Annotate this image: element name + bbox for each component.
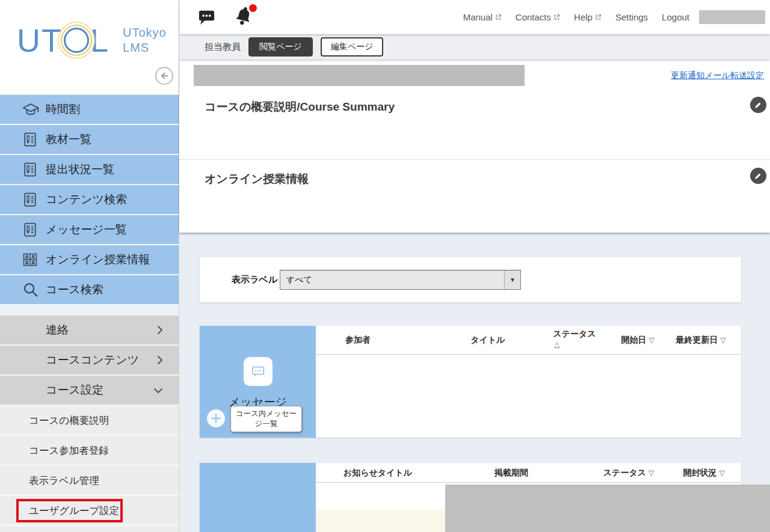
display-label-label: 表示ラベル [232,274,277,286]
sidebar-item-timetable[interactable]: 時間割 [0,95,179,125]
course-message-list-tooltip: コース内メッセージ一覧 [230,406,302,432]
sidebar-group-menu: 連絡 コースコンテンツ コース設定 コースの概要説明 コース参加者登録 表示ラベ… [0,316,179,526]
page-tab-bar: 担当教員 閲覧ページ 編集ページ [179,34,770,60]
col-posting-period: 掲載期間 [494,468,528,478]
selected-option: すべて [280,275,504,286]
notification-badge [249,4,257,12]
announcement-panel-side [200,463,316,532]
sidebar-item-content-search[interactable]: コンテンツ検索 [0,185,179,215]
notifications-button[interactable] [233,5,254,27]
sort-desc-icon: ▽ [720,336,725,344]
sort-desc-icon: ▽ [648,469,654,477]
course-summary-panel: 更新通知メール転送設定 コースの概要説明/Course Summary オンライ… [179,60,770,233]
utol-logo: UT L UTokyo LMS [17,24,167,57]
sidebar-group-course-settings[interactable]: コース設定 [0,376,179,406]
sidebar-item-course-search[interactable]: コース検索 [0,275,179,305]
col-last-updated-sort[interactable]: 最終更新日▽ [676,335,725,346]
pencil-icon [754,171,763,180]
logo-text-left: UT [17,24,63,57]
message-table-header: 参加者 タイトル ステータス △ 開始日▽ 最終更新日▽ [316,326,741,355]
chevron-right-icon [157,355,163,365]
manual-link[interactable]: Manual [463,12,502,22]
announcement-table: お知らせタイトル 掲載期間 ステータス▽ 開封状況▽ [316,463,741,532]
sidebar-main-menu: 時間割 教材一覧 提出状況一覧 [0,95,179,305]
col-start-date-sort[interactable]: 開始日▽ [621,335,654,346]
sidebar-item-materials-list[interactable]: 教材一覧 [0,125,179,155]
announcement-rows-redacted [445,485,770,532]
plus-icon [210,412,222,424]
sidebar: UT L UTokyo LMS [0,0,179,532]
main-area: Manual Contacts Help [179,0,770,532]
sort-asc-icon: △ [554,340,559,349]
arrow-left-icon [159,70,170,81]
message-bubble-icon [244,357,273,386]
search-icon [22,281,40,299]
section-divider [179,159,770,160]
add-message-button[interactable] [207,409,225,427]
help-link[interactable]: Help [574,12,602,22]
dropdown-arrow-icon: ▼ [504,271,520,289]
display-label-filter-card: 表示ラベル すべて ▼ [200,257,741,302]
section-title-online-class-info: オンライン授業情報 [205,171,309,187]
col-announcement-title: お知らせタイトル [343,468,412,478]
chat-bubble-icon [197,8,216,26]
sidebar-group-contact[interactable]: 連絡 [0,316,179,346]
message-table: 参加者 タイトル ステータス △ 開始日▽ 最終更新日▽ [316,326,741,438]
external-link-icon [553,14,560,20]
message-panel: メッセージ コース内メッセージ一覧 参加者 タイトル ステータス [200,326,741,438]
logo-text-right: L [90,24,109,57]
sidebar-subitem-display-label-management[interactable]: 表示ラベル管理 [0,466,179,496]
sort-desc-icon: ▽ [719,469,724,477]
sidebar-group-course-contents[interactable]: コースコンテンツ [0,346,179,376]
update-mail-forward-settings-link[interactable]: 更新通知メール転送設定 [671,70,764,81]
announcement-table-header: お知らせタイトル 掲載期間 ステータス▽ 開封状況▽ [316,463,741,483]
clipboard-icon [22,221,38,238]
col-status-sort[interactable]: ステータス▽ [603,468,654,478]
tab-edit-page[interactable]: 編集ページ [321,37,384,57]
messages-button[interactable] [197,8,216,26]
sidebar-item-online-class-info[interactable]: オンライン授業情報 [0,245,179,275]
contacts-link[interactable]: Contacts [516,12,560,22]
logo-o-rings-icon [64,28,89,53]
tab-view-page[interactable]: 閲覧ページ [248,37,313,57]
col-participants: 参加者 [345,335,371,346]
sort-desc-icon: ▽ [648,336,654,344]
chevron-right-icon [157,325,163,335]
col-title: タイトル [470,335,505,346]
section-title-course-summary: コースの概要説明/Course Summary [205,99,395,115]
clipboard-icon [22,161,38,178]
logo-subtitle: UTokyo LMS [123,25,167,55]
col-read-status-sort[interactable]: 開封状況▽ [683,468,724,478]
sidebar-subitem-course-summary[interactable]: コースの概要説明 [0,406,179,436]
clipboard-icon [22,191,38,208]
edit-course-summary-button[interactable] [750,97,766,113]
sidebar-item-message-list[interactable]: メッセージ一覧 [0,215,179,245]
message-panel-side: メッセージ コース内メッセージ一覧 [200,326,316,438]
settings-link[interactable]: Settings [615,12,648,22]
chevron-down-icon [153,388,163,394]
sidebar-subitem-user-group-settings[interactable]: ユーザグループ設定 [0,496,179,526]
top-navigation: Manual Contacts Help [463,0,689,34]
sidebar-collapse-button[interactable] [155,67,173,85]
pencil-icon [754,100,763,109]
graduation-cap-icon [22,101,40,119]
col-status-sort[interactable]: ステータス △ [553,329,596,349]
clipboard-icon [22,131,38,148]
video-grid-icon [22,251,38,268]
external-link-icon [495,14,502,20]
sidebar-subitem-participant-registration[interactable]: コース参加者登録 [0,436,179,466]
sidebar-item-submission-status[interactable]: 提出状況一覧 [0,155,179,185]
sidebar-spacer [0,305,179,316]
edit-online-class-info-button[interactable] [750,168,766,184]
external-link-icon [595,14,602,20]
logout-link[interactable]: Logout [662,12,689,22]
top-bar: Manual Contacts Help [179,0,770,34]
announcement-panel: お知らせタイトル 掲載期間 ステータス▽ 開封状況▽ [200,463,741,532]
role-label: 担当教員 [205,41,241,53]
logo-area: UT L UTokyo LMS [0,0,179,95]
course-title-redacted [194,65,525,86]
user-name-redacted [699,10,765,24]
display-label-select[interactable]: すべて ▼ [280,270,521,290]
